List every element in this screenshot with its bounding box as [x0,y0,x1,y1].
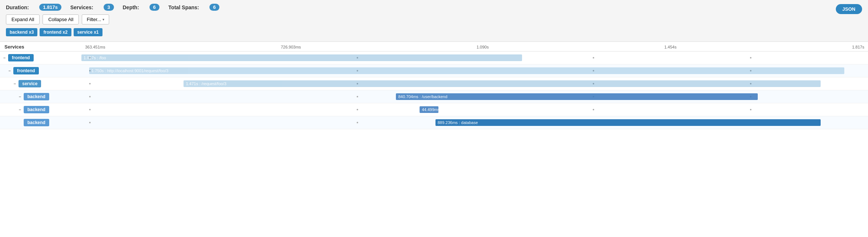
span-label: 1.471s : /request/foo/3 [186,81,226,86]
timeline-dot [89,122,91,123]
service-name-badge: frontend [13,67,39,74]
depth-label: Depth: [123,4,139,10]
trace-rows: −frontend1.017s : /foo−frontend1.750s : … [0,51,868,129]
row-toggle[interactable]: − [7,69,12,73]
span-bar[interactable]: 1.750s : http://localhost:9001/request/f… [89,67,844,74]
span-label: 840.704ms : /user/backend [398,94,447,99]
total-spans-label: Total Spans: [168,4,199,10]
timeline-dot [593,109,594,110]
timeline-dot [593,57,594,59]
tick-label: 363.451ms [85,45,105,49]
total-spans-badge: 6 [209,4,219,11]
filter-button[interactable]: Filter... ▾ [82,14,109,24]
tick-label: 1.454s [664,45,676,49]
table-row: −backend840.704ms : /user/backend [0,90,868,103]
table-row: −frontend1.750s : http://localhost:9001/… [0,64,868,77]
service-tags: backend x3frontend x2service x1 [6,28,862,36]
duration-badge: 1.817s [39,4,61,11]
table-row: −backend44.499ms : /user/backend/worker [0,103,868,116]
timeline-dot [89,83,91,84]
tick-label: 1.090s [477,45,489,49]
span-bar[interactable]: 1.017s : /foo [81,54,522,61]
span-timeline-cell: 1.017s : /foo [81,51,868,64]
table-row: backend889.236ms : database [0,116,868,129]
timeline-dot [357,109,358,110]
timeline-dot [750,109,751,110]
row-toggle[interactable]: − [18,107,22,112]
span-timeline-cell: 889.236ms : database [81,116,868,129]
span-bar[interactable]: 840.704ms : /user/backend [396,93,758,100]
service-tag[interactable]: frontend x2 [40,28,71,36]
span-label: 1.017s : /foo [84,56,106,60]
services-column-header: Services [0,44,81,50]
span-timeline-cell: 840.704ms : /user/backend [81,90,868,103]
filter-arrow-icon: ▾ [102,17,104,21]
timeline-dot [357,96,358,97]
service-name-badge: service [18,80,41,87]
json-button[interactable]: JSON [836,4,862,14]
expand-all-button[interactable]: Expand All [6,14,40,24]
timeline-column-header: 363.451ms726.903ms1.090s1.454s1.817s [81,44,868,50]
span-timeline-cell: 1.750s : http://localhost:9001/request/f… [81,64,868,77]
span-label: 44.499ms : /user/backend/worker [422,107,482,112]
duration-label: Duration: [6,4,29,10]
row-toggle[interactable]: − [13,81,17,86]
table-row: −service1.471s : /request/foo/3 [0,77,868,90]
service-name-badge: frontend [8,54,34,61]
span-label: 1.750s : http://localhost:9001/request/f… [91,69,168,73]
row-toggle[interactable]: − [18,94,22,99]
span-bar[interactable]: 44.499ms : /user/backend/worker [420,106,438,113]
table-row: −frontend1.017s : /foo [0,51,868,64]
depth-badge: 6 [149,4,159,11]
service-tag[interactable]: service x1 [74,28,102,36]
tick-label: 1.817s [852,45,864,49]
timeline-dot [89,109,91,110]
service-name-badge: backend [24,93,49,100]
timeline-dot [357,122,358,123]
span-bar[interactable]: 889.236ms : database [435,119,821,126]
span-timeline-cell: 1.471s : /request/foo/3 [81,77,868,90]
span-bar[interactable]: 1.471s : /request/foo/3 [184,80,821,87]
tick-label: 726.903ms [281,45,301,49]
service-name-badge: backend [24,119,49,126]
collapse-all-button[interactable]: Collapse All [43,14,79,24]
services-badge: 3 [104,4,114,11]
row-toggle[interactable]: − [2,56,7,60]
service-name-badge: backend [24,106,49,113]
services-label: Services: [70,4,93,10]
timeline-ticks: 363.451ms726.903ms1.090s1.454s1.817s [81,45,868,49]
service-tag[interactable]: backend x3 [6,28,37,36]
timeline-dot [750,57,751,59]
span-label: 889.236ms : database [438,120,478,125]
span-timeline-cell: 44.499ms : /user/backend/worker [81,103,868,116]
timeline-dot [89,96,91,97]
